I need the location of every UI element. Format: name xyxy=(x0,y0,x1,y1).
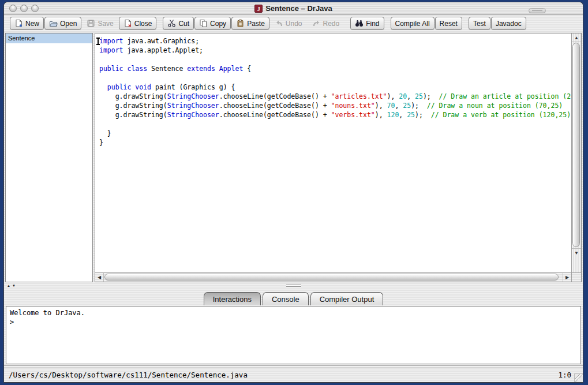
code-line: } xyxy=(99,138,571,147)
code-segment-keyword: extends xyxy=(187,65,215,73)
redo-arrow-icon xyxy=(312,19,321,28)
code-segment-plain: } xyxy=(99,139,103,147)
close-button[interactable]: Close xyxy=(119,17,157,30)
window-controls xyxy=(9,5,39,12)
scroll-right-arrow-icon[interactable]: ▶ xyxy=(563,273,571,282)
toolbar-button-label: Compile All xyxy=(395,20,430,28)
pane-collapse-arrows-icon[interactable]: ▲▼ xyxy=(7,284,17,287)
toolbar-button-label: Cut xyxy=(178,20,189,28)
code-line xyxy=(99,55,571,64)
code-segment-plain xyxy=(99,83,107,91)
code-segment-number: 25 xyxy=(415,92,423,100)
copy-button[interactable]: Copy xyxy=(194,17,231,30)
reset-button[interactable]: Reset xyxy=(435,17,462,30)
toolbar-button-label: Undo xyxy=(286,20,302,28)
code-segment-keyword: public xyxy=(99,65,123,73)
main-split-pane: Sentence import java.awt.Graphics;import… xyxy=(4,32,583,282)
code-segment-number: 70 xyxy=(387,102,395,110)
save-button[interactable]: Save xyxy=(82,17,118,30)
toolbar-group-1: NewOpenSaveClose xyxy=(10,17,157,30)
code-segment-keyword: import xyxy=(99,46,123,54)
toolbar-group-5: TestJavadoc xyxy=(469,17,527,30)
save-floppy-icon xyxy=(87,19,95,28)
scroll-down-arrow-icon[interactable]: ▼ xyxy=(572,248,581,257)
zoom-window-button[interactable] xyxy=(31,5,39,12)
window-resize-grip-icon[interactable] xyxy=(574,373,583,382)
close-window-button[interactable] xyxy=(9,5,17,12)
toolbar-button-label: Find xyxy=(366,20,379,28)
window-title: Sentence – DrJava xyxy=(265,4,332,13)
code-segment-plain: Sentence xyxy=(147,65,187,73)
interactions-pane-wrap: Welcome to DrJava.> xyxy=(4,305,583,365)
code-segment-plain: ), xyxy=(375,102,387,110)
status-bar: /Users/cs/Desktop/software/cs111/Sentenc… xyxy=(4,367,583,382)
code-segment-plain: g.drawString( xyxy=(99,102,167,110)
toolbar-button-label: Reset xyxy=(440,20,458,28)
code-segment-type: Applet xyxy=(219,65,244,73)
horizontal-scroll-thumb[interactable] xyxy=(104,274,559,281)
code-segment-plain: java.applet.Applet; xyxy=(123,46,203,54)
console-line: > xyxy=(10,317,577,327)
undo-button[interactable]: Undo xyxy=(270,17,307,30)
drjava-window: J Sentence – DrJava NewOpenSaveCloseCutC… xyxy=(3,2,583,383)
javadoc-button[interactable]: Javadoc xyxy=(491,17,526,30)
toolbar-button-label: Open xyxy=(60,20,77,28)
undo-arrow-icon xyxy=(275,19,283,28)
code-segment-keyword: public xyxy=(107,83,132,91)
document-list-item-sentence[interactable]: Sentence xyxy=(6,33,92,43)
toolbar-button-label: Javadoc xyxy=(496,20,522,28)
code-segment-keyword: class xyxy=(127,65,147,73)
toolbar-button-label: Redo xyxy=(323,20,340,28)
paste-button[interactable]: Paste xyxy=(231,17,269,30)
toolbar-button-label: Paste xyxy=(247,20,265,28)
splitter-grip-icon[interactable] xyxy=(286,285,301,287)
toolbar-button-label: Test xyxy=(473,20,486,28)
test-button[interactable]: Test xyxy=(469,17,490,30)
code-segment-plain: java.awt.Graphics; xyxy=(123,37,200,45)
drjava-app-icon: J xyxy=(254,5,263,13)
toolbar-toggle-pill[interactable] xyxy=(529,8,546,13)
desktop-background: J Sentence – DrJava NewOpenSaveCloseCutC… xyxy=(0,0,588,385)
open-button[interactable]: Open xyxy=(44,17,81,30)
scroll-up-arrow-icon[interactable]: ▲ xyxy=(572,33,581,42)
code-segment-string: "nouns.txt" xyxy=(331,102,375,110)
code-segment-comment: // Draw a verb at position (120,25) xyxy=(431,111,571,119)
scroll-left-arrow-icon[interactable]: ◀ xyxy=(95,273,104,282)
new-button[interactable]: New xyxy=(10,17,44,30)
minimize-window-button[interactable] xyxy=(20,5,28,12)
vertical-scrollbar[interactable]: ▲ ▼ xyxy=(571,33,581,272)
horizontal-scrollbar[interactable]: ◀ ▶ xyxy=(95,272,571,282)
window-title-group: J Sentence – DrJava xyxy=(254,4,332,13)
redo-button[interactable]: Redo xyxy=(308,17,344,30)
tab-interactions[interactable]: Interactions xyxy=(204,292,261,305)
code-line: public void paint (Graphics g) { xyxy=(99,83,571,92)
compile-all-button[interactable]: Compile All xyxy=(391,17,435,30)
code-segment-string: "articles.txt" xyxy=(331,92,387,100)
code-line: g.drawString(StringChooser.chooseLine(ge… xyxy=(99,110,571,119)
code-segment-type: StringChooser xyxy=(167,111,219,119)
vertical-scroll-thumb[interactable] xyxy=(572,43,580,247)
code-line: g.drawString(StringChooser.chooseLine(ge… xyxy=(99,92,571,101)
paste-clipboard-icon xyxy=(236,19,245,28)
code-segment-number: 120 xyxy=(387,111,399,119)
title-bar[interactable]: J Sentence – DrJava xyxy=(4,2,583,15)
code-segment-plain: ), xyxy=(375,111,387,119)
code-segment-plain xyxy=(215,65,219,73)
open-documents-list[interactable]: Sentence xyxy=(5,33,93,282)
code-editor-pane[interactable]: import java.awt.Graphics;import java.app… xyxy=(95,33,582,282)
cut-button[interactable]: Cut xyxy=(163,17,194,30)
toolbar-button-label: New xyxy=(25,20,39,28)
code-line: } xyxy=(99,129,571,138)
tab-compiler-output[interactable]: Compiler Output xyxy=(310,292,384,305)
code-segment-plain: .chooseLine(getCodeBase() + xyxy=(219,92,331,100)
find-button[interactable]: Find xyxy=(350,17,384,30)
code-line: g.drawString(StringChooser.chooseLine(ge… xyxy=(99,101,571,110)
horizontal-splitter[interactable]: ▲▼ xyxy=(4,282,583,290)
code-segment-plain: g.drawString( xyxy=(99,111,167,119)
caret-position-indicator: 1:0 xyxy=(558,371,571,379)
interactions-console[interactable]: Welcome to DrJava.> xyxy=(6,306,581,364)
code-text-area[interactable]: import java.awt.Graphics;import java.app… xyxy=(95,33,571,272)
code-segment-plain: paint (Graphics g) { xyxy=(151,83,235,91)
code-segment-plain: } xyxy=(99,129,111,137)
tab-console[interactable]: Console xyxy=(263,292,309,305)
